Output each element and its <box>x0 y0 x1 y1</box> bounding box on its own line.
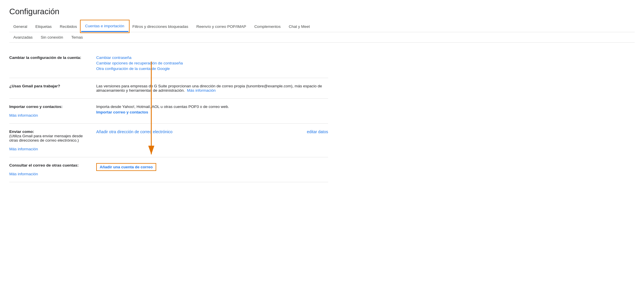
tab-cuentas[interactable]: Cuentas e importación <box>81 21 128 32</box>
section-cambiar-content: Cambiar contraseña Cambiar opciones de r… <box>96 55 328 72</box>
section-enviar-right: editar datos <box>307 129 328 151</box>
link-gmail-mas-info[interactable]: Más información <box>187 88 216 93</box>
section-importar-content: Importa desde Yahoo!, Hotmail, AOL u otr… <box>96 104 328 118</box>
section-gmail-label: ¿Usas Gmail para trabajar? <box>9 84 85 93</box>
importar-description: Importa desde Yahoo!, Hotmail, AOL u otr… <box>96 104 229 109</box>
section-cambiar-label: Cambiar la configuración de la cuenta: <box>9 55 85 72</box>
link-enviar-mas-info[interactable]: Más información <box>9 147 38 151</box>
section-importar: Importar correo y contactos: Más informa… <box>9 99 328 124</box>
section-consultar: Consultar el correo de otras cuentas: Má… <box>9 157 328 182</box>
tab-recibidos[interactable]: Recibidos <box>56 21 81 32</box>
link-cambiar-pass[interactable]: Cambiar contraseña <box>96 55 132 60</box>
tab-general[interactable]: General <box>9 21 31 32</box>
section-consultar-label: Consultar el correo de otras cuentas: Má… <box>9 163 85 176</box>
section-enviar: Enviar como: (Utiliza Gmail para enviar … <box>9 124 328 157</box>
section-gmail-trabajo: ¿Usas Gmail para trabajar? Las versiones… <box>9 78 328 99</box>
page-title: Configuración <box>9 7 635 16</box>
link-cambiar-opciones[interactable]: Cambiar opciones de recuperación de cont… <box>96 61 183 65</box>
section-importar-label: Importar correo y contactos: Más informa… <box>9 104 85 118</box>
section-cambiar: Cambiar la configuración de la cuenta: C… <box>9 50 328 78</box>
tab-reenvio[interactable]: Reenvío y correo POP/IMAP <box>192 21 250 32</box>
link-enviar-add[interactable]: Añadir otra dirección de correo electrón… <box>96 129 172 134</box>
tab-sinconexion[interactable]: Sin conexión <box>37 32 67 42</box>
tab-avanzadas[interactable]: Avanzadas <box>9 32 37 42</box>
section-gmail-content: Las versiones para empresas de G Suite p… <box>96 84 328 93</box>
link-importar-mas-info[interactable]: Más información <box>9 113 38 118</box>
tabs-row-2: Avanzadas Sin conexión Temas <box>9 32 635 43</box>
tab-temas[interactable]: Temas <box>67 32 87 42</box>
tab-chat[interactable]: Chat y Meet <box>285 21 314 32</box>
link-importar-action[interactable]: Importar correo y contactos <box>96 110 148 114</box>
tabs-row-1: General Etiquetas Recibidos Cuentas e im… <box>9 21 635 32</box>
section-enviar-content: Añadir otra dirección de correo electrón… <box>96 129 295 151</box>
link-consultar-mas-info[interactable]: Más información <box>9 172 38 176</box>
section-enviar-label: Enviar como: (Utiliza Gmail para enviar … <box>9 129 85 151</box>
link-editar-datos[interactable]: editar datos <box>307 129 328 134</box>
tab-filtros[interactable]: Filtros y direcciones bloqueadas <box>128 21 192 32</box>
tab-complementos[interactable]: Complementos <box>250 21 285 32</box>
enviar-sublabel: (Utiliza Gmail para enviar mensajes desd… <box>9 134 83 142</box>
tab-etiquetas[interactable]: Etiquetas <box>31 21 56 32</box>
link-otra-config[interactable]: Otra configuración de la cuenta de Googl… <box>96 66 170 71</box>
section-consultar-content: Añadir una cuenta de correo <box>96 163 328 176</box>
content-area: Cambiar la configuración de la cuenta: C… <box>9 50 328 182</box>
link-consultar-add[interactable]: Añadir una cuenta de correo <box>96 163 156 171</box>
